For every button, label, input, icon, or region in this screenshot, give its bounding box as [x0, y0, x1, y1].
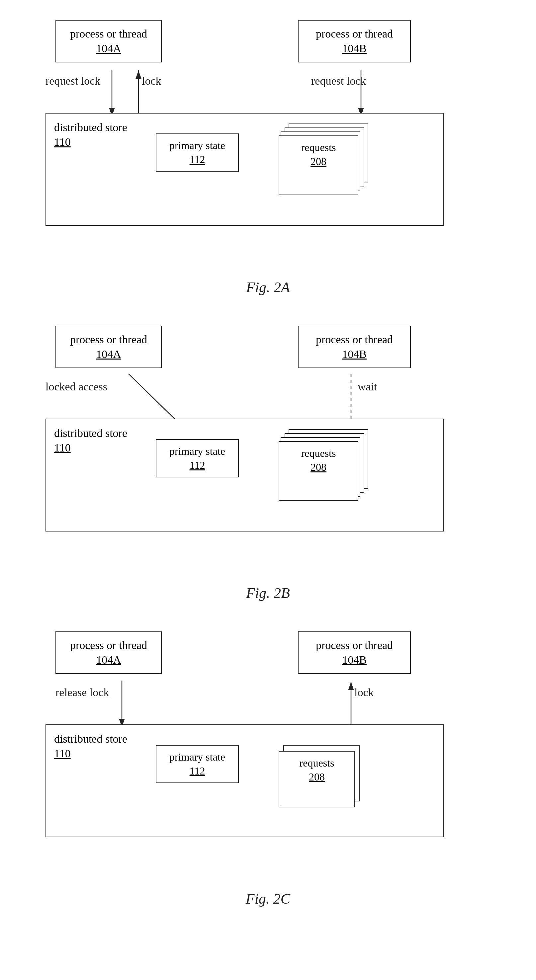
primary-state-id: 112	[163, 458, 232, 473]
primary-state-id: 112	[163, 764, 232, 778]
store-box: distributed store 110 primary state 112 …	[46, 113, 444, 226]
proc-a-text: process or thread	[70, 333, 147, 345]
proc-a-text: process or thread	[70, 639, 147, 651]
request-lock-label-a: request lock	[46, 75, 100, 88]
store-id: 110	[54, 746, 127, 761]
primary-state-box: primary state 112	[156, 134, 239, 172]
proc-b-box: process or thread 104B	[298, 632, 411, 674]
locked-access-label: locked access	[46, 380, 107, 393]
proc-b-id: 104B	[306, 653, 402, 667]
requests-id: 208	[285, 155, 352, 169]
proc-b-text: process or thread	[316, 27, 393, 40]
store-text: distributed store	[54, 121, 127, 134]
primary-state-box: primary state 112	[156, 745, 239, 783]
store-label: distributed store 110	[46, 419, 135, 462]
proc-a-box: process or thread 104A	[56, 326, 162, 368]
lock-label-a: lock	[142, 75, 161, 88]
proc-b-id: 104B	[306, 41, 402, 56]
diagram-2b: process or thread 104A locked access pro…	[35, 319, 501, 578]
store-label: distributed store 110	[46, 725, 135, 768]
store-text: distributed store	[54, 733, 127, 745]
request-cards: requests 208	[279, 124, 372, 203]
proc-b-box: process or thread 104B	[298, 20, 411, 62]
diagram-2c: process or thread 104A release lock proc…	[35, 625, 501, 884]
primary-state-text: primary state	[169, 445, 225, 457]
primary-state-id: 112	[163, 153, 232, 167]
fig-2b-label: Fig. 2B	[246, 585, 290, 601]
fig-2c-label: Fig. 2C	[246, 890, 290, 907]
proc-a-id: 104A	[64, 41, 153, 56]
store-box: distributed store 110 primary state 112 …	[46, 724, 444, 837]
proc-a-id: 104A	[64, 653, 153, 667]
requests-text: requests	[301, 447, 336, 459]
proc-b-box: process or thread 104B	[298, 326, 411, 368]
figure-2c: process or thread 104A release lock proc…	[35, 625, 501, 911]
store-id: 110	[54, 135, 127, 150]
requests-id: 208	[285, 460, 352, 474]
diagram-2a: process or thread 104A request lock lock…	[35, 13, 501, 272]
proc-a-text: process or thread	[70, 27, 147, 40]
store-id: 110	[54, 441, 127, 455]
lock-label-c: lock	[354, 686, 374, 699]
request-card-0: requests 208	[279, 135, 358, 195]
fig-2a-label: Fig. 2A	[246, 279, 290, 296]
requests-text: requests	[300, 757, 334, 769]
release-lock-label: release lock	[56, 686, 109, 699]
requests-id: 208	[285, 770, 348, 784]
request-card-0: requests 208	[279, 751, 355, 807]
proc-a-id: 104A	[64, 347, 153, 361]
primary-state-text: primary state	[169, 751, 225, 763]
proc-a-box: process or thread 104A	[56, 20, 162, 62]
figure-2b: process or thread 104A locked access pro…	[35, 319, 501, 605]
request-card-0: requests 208	[279, 441, 358, 501]
requests-text: requests	[301, 142, 336, 153]
proc-b-text: process or thread	[316, 333, 393, 345]
store-text: distributed store	[54, 427, 127, 439]
primary-state-box: primary state 112	[156, 439, 239, 477]
primary-state-text: primary state	[169, 140, 225, 151]
proc-b-text: process or thread	[316, 639, 393, 651]
store-box: distributed store 110 primary state 112 …	[46, 418, 444, 531]
store-label: distributed store 110	[46, 113, 135, 156]
request-lock-label-b: request lock	[311, 75, 366, 88]
wait-label: wait	[358, 380, 377, 393]
request-cards: requests 208	[279, 429, 372, 509]
figure-2a: process or thread 104A request lock lock…	[35, 13, 501, 299]
request-cards: requests 208	[279, 745, 365, 811]
proc-b-id: 104B	[306, 347, 402, 361]
proc-a-box: process or thread 104A	[56, 632, 162, 674]
